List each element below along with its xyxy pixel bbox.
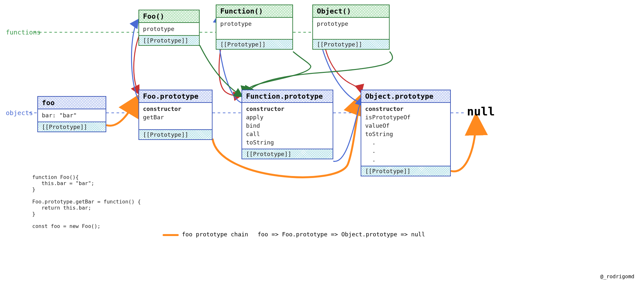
box-object-proto-slot: [[Prototype]] xyxy=(361,166,450,176)
box-function-fn: Function() prototype [[Prototype]] xyxy=(216,5,293,50)
box-foo-fn-title: Foo() xyxy=(139,10,199,23)
box-function-proto-slot: [[Prototype]] xyxy=(242,149,333,159)
box-foo-proto-slot: [[Prototype]] xyxy=(139,129,212,139)
box-foo-instance-title: foo xyxy=(38,97,106,109)
box-foo-fn-body: prototype xyxy=(139,23,199,35)
box-function-body: prototype xyxy=(216,18,292,39)
box-function-proto: Function.prototype constructor apply bin… xyxy=(242,90,333,159)
box-foo-instance-body: bar: "bar" xyxy=(38,109,106,122)
box-object-proto-title: Object.prototype xyxy=(361,90,450,103)
lane-objects-label: objects xyxy=(6,109,33,117)
code-snippet: function Foo(){ this.bar = "bar"; } Foo.… xyxy=(32,174,141,229)
box-object-slot: [[Prototype]] xyxy=(313,39,389,49)
legend-chain: foo => Foo.prototype => Object.prototype… xyxy=(258,231,425,238)
legend-label: foo prototype chain xyxy=(182,231,248,238)
box-foo-instance-slot: [[Prototype]] xyxy=(38,122,106,132)
box-foo-fn: Foo() prototype [[Prototype]] xyxy=(138,10,200,46)
box-object-title: Object() xyxy=(313,5,389,18)
box-foo-proto-body: constructor getBar xyxy=(139,103,212,123)
box-object-proto: Object.prototype constructor isPrototype… xyxy=(361,90,451,176)
null-label: null xyxy=(467,105,495,118)
box-object-proto-body: constructor isPrototypeOf valueOf toStri… xyxy=(361,103,450,166)
box-function-slot: [[Prototype]] xyxy=(216,39,292,49)
box-object-body: prototype xyxy=(313,18,389,39)
box-function-proto-title: Function.prototype xyxy=(242,90,333,103)
box-foo-instance: foo bar: "bar" [[Prototype]] xyxy=(37,96,106,132)
box-foo-proto-title: Foo.prototype xyxy=(139,90,212,103)
lane-functions-label: functions xyxy=(6,28,41,36)
box-foo-fn-slot: [[Prototype]] xyxy=(139,35,199,45)
credit: @_rodrigomd xyxy=(600,273,634,280)
box-function-title: Function() xyxy=(216,5,292,18)
box-object-fn: Object() prototype [[Prototype]] xyxy=(312,5,390,50)
box-function-proto-body: constructor apply bind call toString xyxy=(242,103,333,149)
box-foo-proto: Foo.prototype constructor getBar [[Proto… xyxy=(138,90,213,140)
legend-swatch xyxy=(163,234,179,236)
